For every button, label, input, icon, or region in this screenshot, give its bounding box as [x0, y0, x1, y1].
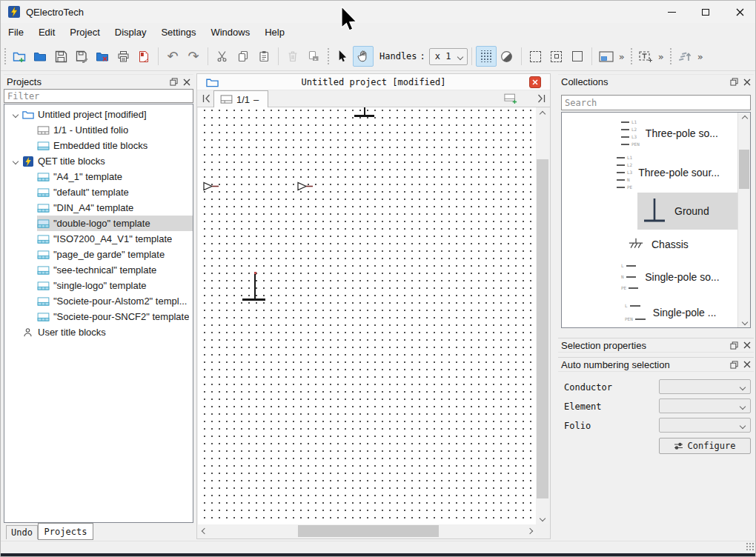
diagram-window-header[interactable]: Untitled project [modified]: [197, 74, 550, 90]
tree-item-template[interactable]: "page_de garde" template: [4, 247, 193, 262]
select-tool-button[interactable]: [332, 46, 353, 67]
maximize-button[interactable]: [689, 1, 723, 23]
collections-scrollbar[interactable]: [737, 113, 750, 327]
element-select[interactable]: [659, 398, 751, 413]
terminal-arrow-element[interactable]: [202, 181, 220, 192]
conductor-select[interactable]: [659, 379, 751, 394]
selection-mode-contains-button[interactable]: [546, 46, 567, 67]
chevron-expanded-icon[interactable]: [12, 111, 18, 117]
close-panel-icon[interactable]: [740, 76, 754, 88]
tree-item-user-titleblocks[interactable]: User title blocks: [4, 324, 193, 340]
collection-item-single-pole-2[interactable]: L PEN Single-pole ...: [625, 298, 716, 327]
first-folio-button[interactable]: [199, 90, 213, 107]
folio-tab-active[interactable]: 1/1 –: [213, 90, 268, 107]
tree-item-template[interactable]: "single-logo" template: [4, 278, 193, 293]
copy-button[interactable]: [233, 46, 253, 67]
resize-grip[interactable]: [746, 542, 755, 552]
tree-item-qet-titleblocks[interactable]: QET title blocks: [4, 153, 193, 169]
tree-item-template[interactable]: "default" template: [4, 184, 193, 200]
export-pdf-button[interactable]: [133, 46, 154, 67]
scroll-left-button[interactable]: [198, 524, 210, 538]
add-folio-button[interactable]: [504, 90, 517, 107]
vertical-scrollbar[interactable]: [536, 107, 549, 524]
tree-item-template[interactable]: "Societe-pour-Alstom2" templ...: [4, 293, 193, 309]
scroll-down-button[interactable]: [738, 316, 751, 327]
collections-search-input[interactable]: [561, 95, 751, 110]
diagram-close-button[interactable]: [529, 76, 541, 88]
float-panel-icon[interactable]: [167, 76, 180, 88]
toolbar-overflow-button[interactable]: »: [656, 51, 666, 62]
minimize-button[interactable]: [654, 1, 689, 23]
save-as-button[interactable]: [71, 46, 92, 67]
close-panel-icon[interactable]: [740, 358, 754, 370]
arrange-depth-button[interactable]: [674, 46, 695, 67]
tree-item-folio[interactable]: 1/1 - Untitled folio: [4, 122, 193, 138]
collections-scrollbar-thumb[interactable]: [739, 150, 749, 189]
paste-button[interactable]: [253, 46, 274, 67]
terminal-arrow-element[interactable]: [296, 181, 314, 192]
save-button[interactable]: [50, 46, 71, 67]
close-file-button[interactable]: [92, 46, 113, 67]
menu-project[interactable]: Project: [62, 23, 107, 42]
close-panel-icon[interactable]: [740, 339, 754, 351]
paste-special-button[interactable]: [303, 46, 324, 67]
scroll-right-button[interactable]: [523, 524, 536, 538]
pan-tool-button[interactable]: [353, 46, 374, 67]
tree-item-untitled-project[interactable]: Untitled project [modified]: [4, 107, 193, 122]
menu-windows[interactable]: Windows: [203, 23, 257, 42]
tab-undo[interactable]: Undo: [6, 525, 38, 539]
redo-button[interactable]: ↷: [183, 46, 204, 67]
tree-item-embedded-titleblocks[interactable]: Embedded title blocks: [4, 138, 193, 153]
collection-item-three-pole-2[interactable]: L1 L2 L3 N PE Three-pole sour...: [617, 153, 720, 193]
last-folio-button[interactable]: [534, 90, 548, 107]
menu-display[interactable]: Display: [107, 23, 154, 42]
horizontal-scrollbar-thumb[interactable]: [298, 525, 439, 537]
scroll-up-button[interactable]: [536, 107, 549, 120]
contrast-toggle-button[interactable]: [497, 46, 517, 67]
horizontal-scrollbar[interactable]: [198, 524, 536, 538]
diagram-canvas[interactable]: [198, 107, 536, 524]
toolbar-grip[interactable]: [629, 47, 633, 66]
configure-button[interactable]: Configure: [659, 438, 751, 454]
tree-item-template-selected[interactable]: "double-logo" template: [4, 216, 193, 231]
titleblock-editor-button[interactable]: [596, 46, 617, 67]
toolbar-overflow-button[interactable]: »: [695, 51, 706, 62]
cut-button[interactable]: [212, 46, 233, 67]
close-panel-icon[interactable]: [180, 76, 193, 88]
handles-scale-select[interactable]: x 1: [429, 48, 468, 65]
grid-toggle-button[interactable]: [476, 46, 497, 67]
toolbar-overflow-button[interactable]: »: [617, 51, 627, 62]
toolbar-grip[interactable]: [3, 47, 7, 66]
delete-button[interactable]: [282, 46, 303, 67]
tab-projects[interactable]: Projects: [38, 523, 93, 540]
float-panel-icon[interactable]: [727, 358, 740, 370]
toolbar-grip[interactable]: [669, 47, 672, 66]
menu-settings[interactable]: Settings: [153, 23, 203, 42]
menu-file[interactable]: File: [1, 23, 31, 42]
add-text-button[interactable]: [635, 46, 656, 67]
collection-item-three-pole-1[interactable]: L1 L2 L3 PEN Three-pole so...: [621, 114, 718, 153]
float-panel-icon[interactable]: [727, 339, 740, 351]
new-project-button[interactable]: [9, 46, 30, 67]
projects-filter-input[interactable]: [4, 89, 193, 103]
vertical-scrollbar-thumb[interactable]: [537, 159, 548, 498]
tree-item-template[interactable]: "ISO7200_A4_V1" template: [4, 231, 193, 247]
float-panel-icon[interactable]: [727, 76, 740, 88]
tree-item-template[interactable]: "see-technical" template: [4, 262, 193, 278]
collection-item-chassis[interactable]: Chassis: [627, 233, 689, 256]
scroll-up-button[interactable]: [738, 113, 751, 124]
open-project-button[interactable]: [30, 46, 50, 67]
tree-item-template[interactable]: "Societe-pour-SNCF2" template: [4, 309, 193, 324]
print-button[interactable]: [113, 46, 133, 67]
menu-edit[interactable]: Edit: [31, 23, 62, 42]
selection-mode-free-button[interactable]: [525, 46, 546, 67]
selection-mode-intersect-button[interactable]: [567, 46, 588, 67]
menu-help[interactable]: Help: [257, 23, 292, 42]
folio-select[interactable]: [659, 418, 751, 433]
toolbar-grip[interactable]: [326, 47, 330, 66]
collection-item-single-pole-1[interactable]: L N PE Single-pole so...: [621, 259, 720, 296]
collection-item-ground-selected[interactable]: Ground: [637, 193, 739, 230]
scroll-down-button[interactable]: [536, 512, 549, 524]
tree-item-template[interactable]: "A4_1" template: [4, 169, 193, 184]
undo-button[interactable]: ↶: [162, 46, 183, 67]
